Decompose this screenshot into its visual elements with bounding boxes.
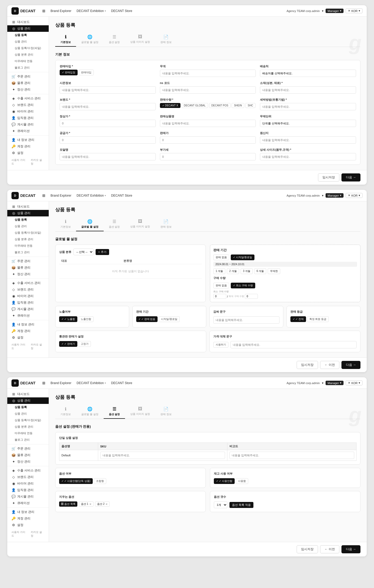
step-tab-0[interactable]: ℹ 기본정보 xyxy=(55,32,76,47)
step-tab-2-3[interactable]: 🖼 상품 이미지 설정 xyxy=(125,217,155,231)
chip-unlimited[interactable]: 무제한 xyxy=(268,268,280,274)
next-btn-2[interactable]: 다음 → xyxy=(341,361,360,369)
chip-1m[interactable]: 1 개월 xyxy=(213,268,225,274)
grid-icon-3[interactable]: ⊞ xyxy=(42,381,45,385)
sidebar-product-category[interactable]: 상품 분류 관리 xyxy=(7,51,49,58)
input-supply-price[interactable] xyxy=(60,136,156,144)
role-badge[interactable]: Manager ▾ xyxy=(326,9,344,13)
nav-brand-explorer[interactable]: Brand Explorer xyxy=(51,9,71,13)
tag-period-no-sale[interactable]: ✓ 판매 없음 xyxy=(136,316,158,322)
footer-custom-2[interactable]: 카카오 설정 xyxy=(31,343,45,350)
footer-guide[interactable]: 사용자 가이드 xyxy=(11,158,28,166)
role-badge-3[interactable]: Manager ▾ xyxy=(326,381,344,385)
step-tab-3-1[interactable]: 🌐 글로벌 몰 설정 xyxy=(76,404,104,419)
sidebar-work[interactable]: 👤 입직원 관리 xyxy=(7,115,49,121)
step-tab-3[interactable]: 🖼 상품 이미지 설정 xyxy=(125,32,155,47)
chip-3m[interactable]: 3 개월 xyxy=(241,268,253,274)
sidebar-curation[interactable]: ✦ 큐레이션 xyxy=(7,128,49,134)
sidebar-settings[interactable]: ⚙ 설정 xyxy=(7,150,49,156)
sidebar-product-linkage[interactable]: 마무래태 연동 xyxy=(7,58,49,64)
sidebar-2-account[interactable]: 🔑계정 관리 xyxy=(7,328,49,334)
sidebar-3-qa[interactable]: ✦정산 관리 xyxy=(7,458,49,465)
sidebar-service[interactable]: ◈ 수출 서비스 관리 xyxy=(7,95,49,102)
sidebar-3-product-linkage[interactable]: 마무래태 연동 xyxy=(7,430,49,437)
sidebar-2-product-file[interactable]: 상품 등록/수정(파일) xyxy=(7,229,49,236)
nav-brand-explorer-2[interactable]: Brand Explorer xyxy=(51,194,71,197)
save-draft-btn-3[interactable]: 임시저장 xyxy=(297,545,318,553)
sidebar-3-buyer[interactable]: ◉바이어 관리 xyxy=(7,480,49,487)
sidebar-2-curation[interactable]: ✦큐레이션 xyxy=(7,312,49,319)
sidebar-order[interactable]: 🛒 주문 관리 xyxy=(7,73,49,80)
tag-sale-entry[interactable]: 판매입점 xyxy=(60,70,78,75)
sidebar-3-post[interactable]: 💬게시물 관리 xyxy=(7,493,49,500)
sidebar-2-service[interactable]: ◈수출 서비스 관리 xyxy=(7,280,49,286)
sidebar-product-register[interactable]: 상품 등록 xyxy=(7,32,49,38)
input-origin[interactable] xyxy=(260,136,356,144)
sidebar-product-manage[interactable]: 상품 관리 xyxy=(7,38,49,45)
nav-agency-arrow[interactable]: ▾ xyxy=(322,9,323,13)
tag-grade-specific[interactable]: 특정 회원 등급 xyxy=(307,316,329,322)
add-category-btn[interactable]: + 추가 xyxy=(96,249,109,255)
step-tab-4[interactable]: 📄 판매 정보 xyxy=(155,32,177,47)
grid-icon-2[interactable]: ⊞ xyxy=(42,193,45,198)
remove-option-1[interactable]: ✕ xyxy=(89,503,91,506)
step-tab-2-0[interactable]: ℹ 기본정보 xyxy=(55,217,76,231)
tag-price-sale[interactable]: ✓ 판매가 xyxy=(59,341,77,347)
input-weight[interactable] xyxy=(160,70,256,77)
tag-expose[interactable]: ✓ 노출함 xyxy=(59,316,77,322)
chip-buy-no-sale[interactable]: 판매 없음 xyxy=(213,283,229,288)
next-btn-1[interactable]: 다음 → xyxy=(341,173,360,181)
sidebar-buyer[interactable]: ◉ 바이어 관리 xyxy=(7,108,49,115)
input-price-replace[interactable] xyxy=(230,341,357,348)
sidebar-3-product-category[interactable]: 상품 분류 관리 xyxy=(7,423,49,430)
lang-badge-2[interactable]: ✕ KOR ▾ xyxy=(346,193,363,198)
role-badge-2[interactable]: Manager ▾ xyxy=(326,193,344,198)
sidebar-2-work[interactable]: 👤입직원 관리 xyxy=(7,299,49,306)
sidebar-dashboard[interactable]: ⊞ 대시보드 xyxy=(7,19,49,25)
sidebar-2-buyer[interactable]: ◉바이어 관리 xyxy=(7,293,49,299)
tag-price-fixed[interactable]: 고정가 xyxy=(78,341,91,347)
sidebar-2-product-linkage[interactable]: 마무래태 연동 xyxy=(7,243,49,249)
input-season[interactable] xyxy=(60,86,156,94)
input-model-num[interactable] xyxy=(60,153,156,160)
nav-store-2[interactable]: DECANT Store xyxy=(111,194,132,197)
chip-6m[interactable]: 6 개월 xyxy=(254,268,266,274)
save-draft-btn-2[interactable]: 임시저장 xyxy=(297,361,318,369)
nav-store[interactable]: DECANT Store xyxy=(111,9,132,13)
select-sales-dest[interactable]: 배송처를 선택해주세요. xyxy=(260,70,356,77)
step-tab-2-2[interactable]: ☰ 옵션 설정 xyxy=(104,217,125,231)
sidebar-2-settings[interactable]: ⚙설정 xyxy=(7,334,49,341)
chip-option-1[interactable]: 옵션 1 ✕ xyxy=(79,501,94,507)
sidebar-2-product-blog[interactable]: 블로그 관리 xyxy=(7,249,49,256)
chip-min-buy[interactable]: ✓ 최소 구매 수량 xyxy=(231,283,255,288)
nav-brand-explorer-3[interactable]: Brand Explorer xyxy=(51,381,71,385)
tag-sale-agency[interactable]: 판매대입 xyxy=(79,70,94,75)
prev-btn-2[interactable]: ← 이전 xyxy=(320,361,339,369)
footer-custom[interactable]: 카카오 설정 xyxy=(31,158,45,166)
footer-custom-3[interactable]: 카카오 설정 xyxy=(31,530,45,538)
sidebar-2-product-manage[interactable]: 상품 관리 xyxy=(7,223,49,229)
input-detail-size[interactable] xyxy=(260,153,356,160)
sidebar-2-qa[interactable]: ✦정산 관리 xyxy=(7,271,49,277)
tag-option-no[interactable]: ✓ 사용안함(단독 상품) xyxy=(59,478,93,484)
apply-option-list-btn[interactable]: 옵션 목록 적용 xyxy=(229,502,253,508)
tag-grade-all[interactable]: ✓ 전체 xyxy=(290,316,306,322)
remove-option-2[interactable]: ✕ xyxy=(105,503,108,506)
min-qty-input[interactable] xyxy=(213,294,226,299)
chip-option-list[interactable]: ☰ 옵션 목록 xyxy=(59,501,77,507)
input-vat-type[interactable] xyxy=(260,103,356,110)
step-tab-3-0[interactable]: ℹ 기본정보 xyxy=(55,404,76,419)
sidebar-2-brand[interactable]: ◇브랜드 관리 xyxy=(7,286,49,293)
input-rep-product[interactable] xyxy=(160,120,256,127)
nav-exhibition[interactable]: DECANT Exhibition▾ xyxy=(77,9,106,13)
chip-2m[interactable]: 2 개월 xyxy=(227,268,239,274)
input-sale-price[interactable] xyxy=(160,136,256,144)
tag-decant-x[interactable]: DECANT X xyxy=(160,103,180,108)
sidebar-2-myinfo[interactable]: 👤내 정보 관리 xyxy=(7,321,49,328)
sidebar-product-file[interactable]: 상품 등록/수정(파일) xyxy=(7,45,49,51)
tag-shein[interactable]: SHEIN xyxy=(232,103,244,108)
grid-icon[interactable]: ⊞ xyxy=(42,9,45,13)
chip-option-2[interactable]: 옵션 2 ✕ xyxy=(95,501,110,507)
nav-exhibition-2[interactable]: DECANT Exhibition▾ xyxy=(77,194,106,197)
tag-period-start-end[interactable]: 시작일/종료일 xyxy=(159,316,180,322)
